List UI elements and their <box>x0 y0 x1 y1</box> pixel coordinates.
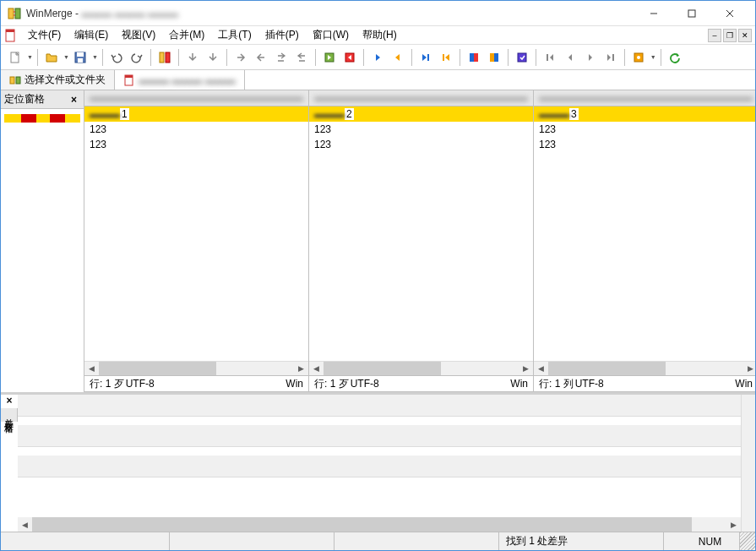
next-conflict-button[interactable] <box>465 48 483 67</box>
path-header-left[interactable]: ▬▬▬▬▬▬▬▬▬▬▬▬▬▬▬▬▬▬▬▬▬▬▬ <box>84 90 309 106</box>
resize-grip-icon[interactable] <box>740 532 755 550</box>
diff-pane-close-button[interactable]: × <box>1 395 18 408</box>
location-strip[interactable] <box>4 114 80 123</box>
open-dropdown-icon[interactable]: ▼ <box>63 54 69 60</box>
options-dropdown-icon[interactable]: ▼ <box>650 54 656 60</box>
prev-diff-button[interactable] <box>389 48 407 67</box>
undo-button[interactable] <box>107 48 126 67</box>
mdi-restore-button[interactable]: ❐ <box>723 29 737 42</box>
maximize-button[interactable] <box>672 2 710 25</box>
hscrollbar-left[interactable]: ◀▶ <box>84 361 308 375</box>
diff-row[interactable] <box>18 425 741 447</box>
svg-rect-18 <box>470 53 474 62</box>
toolbar-sep <box>150 49 151 66</box>
current-diff-button[interactable] <box>513 48 531 67</box>
minimize-button[interactable] <box>634 2 672 25</box>
scroll-left-icon[interactable]: ◀ <box>309 362 324 376</box>
copy-left-adv-button[interactable] <box>292 48 311 67</box>
pane-status-right: 行: 1 列UTF-8Win <box>534 376 755 391</box>
svg-rect-10 <box>77 52 84 57</box>
redo-button[interactable] <box>128 48 146 67</box>
last-line-button[interactable] <box>601 48 620 67</box>
all-left-button[interactable] <box>340 48 359 67</box>
diff-line[interactable]: ▬▬▬1 <box>84 106 308 122</box>
status-seg-2 <box>170 532 334 550</box>
diff-line[interactable]: ▬▬▬3 <box>534 106 755 122</box>
file-content-middle[interactable]: ▬▬▬2 123 123 <box>309 106 533 361</box>
menu-merge[interactable]: 合并(M) <box>162 26 211 44</box>
scroll-left-icon[interactable]: ◀ <box>84 362 99 376</box>
hscrollbar-middle[interactable]: ◀▶ <box>309 361 533 375</box>
menu-file[interactable]: 文件(F) <box>21 26 68 44</box>
code-line[interactable]: 123 <box>534 137 755 152</box>
mdi-close-button[interactable]: ✕ <box>738 29 752 42</box>
diff-rows[interactable] <box>18 395 741 517</box>
scroll-right-icon[interactable]: ▶ <box>294 362 308 376</box>
copy-right-button[interactable] <box>231 48 250 67</box>
menu-view[interactable]: 视图(V) <box>115 26 162 44</box>
location-pane: 定位窗格 × <box>1 90 84 392</box>
location-pane-header: 定位窗格 × <box>1 90 84 109</box>
menu-help[interactable]: 帮助(H) <box>356 26 404 44</box>
code-line[interactable]: 123 <box>84 122 308 137</box>
diff-vscrollbar[interactable] <box>741 395 755 532</box>
toolbar: ▼ ▼ ▼ ▼ <box>1 45 755 70</box>
down-left-button[interactable] <box>183 48 202 67</box>
all-right-button[interactable] <box>320 48 339 67</box>
next-line-button[interactable] <box>581 48 600 67</box>
scroll-right-icon[interactable]: ▶ <box>726 517 741 532</box>
menu-tools[interactable]: 工具(T) <box>211 26 258 44</box>
hscrollbar-right[interactable]: ◀▶ <box>534 361 755 375</box>
save-button[interactable] <box>71 48 90 67</box>
new-button[interactable] <box>6 48 24 67</box>
file-content-left[interactable]: ▬▬▬1 123 123 <box>84 106 308 361</box>
mdi-minimize-button[interactable]: – <box>708 29 721 42</box>
tab-select-files[interactable]: 选择文件或文件夹 <box>1 70 115 90</box>
code-line[interactable]: 123 <box>84 137 308 152</box>
menu-window[interactable]: 窗口(W) <box>306 26 356 44</box>
file-content-right[interactable]: ▬▬▬3 123 123 <box>534 106 755 361</box>
tab-label: ▬▬▬ ▬▬▬ ▬▬▬ <box>139 74 236 86</box>
scroll-right-icon[interactable]: ▶ <box>519 362 533 376</box>
path-header-right[interactable]: ▬▬▬▬▬▬▬▬▬▬▬▬▬▬▬▬▬▬▬▬▬▬▬ <box>534 90 755 106</box>
tab-label: 选择文件或文件夹 <box>24 73 106 87</box>
svg-rect-19 <box>474 53 478 62</box>
options-button[interactable] <box>629 48 648 67</box>
down-right-button[interactable] <box>204 48 222 67</box>
diff-row[interactable] <box>18 456 741 477</box>
toolbar-sep <box>460 49 460 66</box>
copy-right-adv-button[interactable] <box>272 48 291 67</box>
next-diff-alt-button[interactable] <box>416 48 435 67</box>
code-line[interactable]: 123 <box>534 122 755 137</box>
menu-edit[interactable]: 编辑(E) <box>68 26 115 44</box>
window-title: WinMerge - ▬▬▬ ▬▬▬ ▬▬▬ <box>26 8 634 19</box>
file-pane-left: ▬▬▬1 123 123 ◀▶ <box>84 106 309 375</box>
scroll-left-icon[interactable]: ◀ <box>534 362 548 376</box>
path-header-middle[interactable]: ▬▬▬▬▬▬▬▬▬▬▬▬▬▬▬▬▬▬▬▬▬▬▬ <box>309 90 534 106</box>
new-dropdown-icon[interactable]: ▼ <box>27 54 33 60</box>
refresh-button[interactable] <box>666 48 684 67</box>
tab-compare[interactable]: ▬▬▬ ▬▬▬ ▬▬▬ <box>115 70 245 90</box>
prev-line-button[interactable] <box>561 48 579 67</box>
status-seg-3 <box>334 532 499 550</box>
code-line[interactable]: 123 <box>309 122 533 137</box>
diff-button[interactable] <box>155 48 174 67</box>
scroll-right-icon[interactable]: ▶ <box>743 362 755 376</box>
location-pane-body[interactable] <box>1 109 84 392</box>
toolbar-sep <box>624 49 625 66</box>
diff-line[interactable]: ▬▬▬2 <box>309 106 533 122</box>
code-line[interactable]: 123 <box>309 137 533 152</box>
next-diff-button[interactable] <box>368 48 387 67</box>
diff-row[interactable] <box>18 395 741 417</box>
close-button[interactable] <box>710 2 748 25</box>
diff-hscrollbar[interactable]: ◀▶ <box>18 517 741 532</box>
location-pane-close-button[interactable]: × <box>68 94 80 106</box>
copy-left-button[interactable] <box>252 48 270 67</box>
prev-diff-alt-button[interactable] <box>437 48 455 67</box>
first-line-button[interactable] <box>541 48 559 67</box>
open-button[interactable] <box>42 48 61 67</box>
scroll-left-icon[interactable]: ◀ <box>18 517 32 532</box>
prev-conflict-button[interactable] <box>485 48 503 67</box>
save-dropdown-icon[interactable]: ▼ <box>92 54 98 60</box>
menu-plugins[interactable]: 插件(P) <box>258 26 306 44</box>
